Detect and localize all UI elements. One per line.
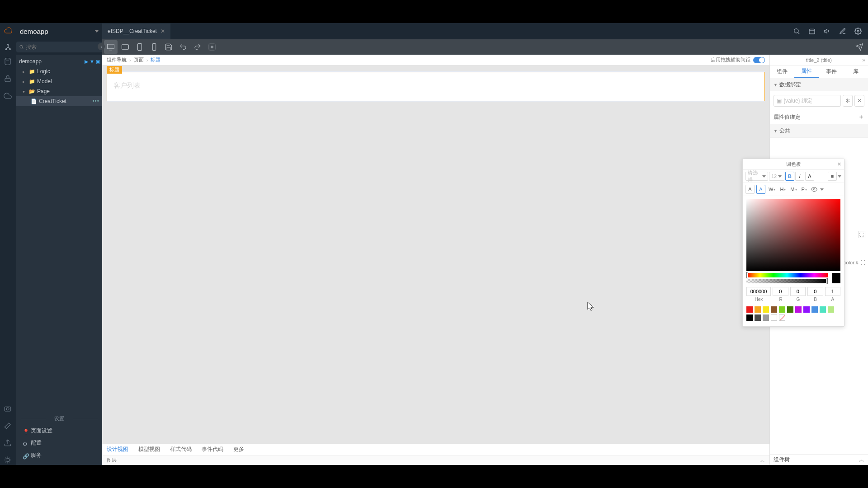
width-dd[interactable]: W▾ bbox=[767, 185, 777, 194]
save-icon[interactable] bbox=[162, 40, 175, 54]
tree-folder-model[interactable]: ▸📁Model bbox=[16, 76, 102, 86]
swatch[interactable] bbox=[779, 306, 785, 313]
device-desktop[interactable] bbox=[104, 40, 118, 54]
inspector-tab-events[interactable]: 事件 bbox=[819, 66, 844, 78]
section-data-binding[interactable]: ▼数据绑定 bbox=[770, 78, 868, 91]
swatch[interactable] bbox=[811, 306, 818, 313]
settings-page[interactable]: 📍页面设置 bbox=[16, 425, 102, 437]
behind-fullscreen-icon[interactable]: ⛶ bbox=[858, 231, 865, 238]
tab-event-code[interactable]: 事件代码 bbox=[202, 446, 223, 453]
visibility-icon[interactable] bbox=[810, 185, 818, 193]
inspector-tab-attrs[interactable]: 属性 bbox=[794, 66, 819, 78]
tree-root[interactable]: demoapp ▶▼▣ bbox=[16, 56, 102, 66]
b-input[interactable] bbox=[807, 287, 823, 296]
hue-slider[interactable] bbox=[746, 273, 828, 277]
tab-more[interactable]: 更多 bbox=[233, 446, 244, 453]
more-icon[interactable]: ••• bbox=[92, 98, 99, 104]
italic-button[interactable]: I bbox=[795, 172, 804, 181]
swatch[interactable] bbox=[787, 306, 793, 313]
explorer-search[interactable] bbox=[16, 42, 102, 52]
close-color-panel[interactable]: ✕ bbox=[837, 161, 841, 167]
bg-color-a[interactable]: A bbox=[745, 185, 755, 194]
swatch[interactable] bbox=[755, 314, 761, 321]
height-dd[interactable]: H▾ bbox=[778, 185, 787, 194]
inspector-tab-lib[interactable]: 库 bbox=[844, 66, 868, 78]
swatch[interactable] bbox=[763, 314, 769, 321]
sound-icon[interactable] bbox=[821, 25, 834, 38]
alpha-slider[interactable] bbox=[746, 279, 828, 283]
swatch[interactable] bbox=[763, 306, 769, 313]
rail-bug-icon[interactable] bbox=[4, 456, 13, 465]
drag-assist-toggle[interactable] bbox=[753, 57, 765, 63]
rail-db-icon[interactable] bbox=[4, 57, 13, 66]
font-size-dropdown[interactable]: 12 bbox=[769, 172, 784, 181]
swatch[interactable] bbox=[828, 306, 834, 313]
swatch[interactable] bbox=[746, 306, 753, 313]
undo-icon[interactable] bbox=[176, 40, 190, 54]
collapse-up-icon[interactable]: ︽ bbox=[760, 457, 765, 464]
margin-dd[interactable]: M▾ bbox=[789, 185, 798, 194]
bind-gear-button[interactable]: ✻ bbox=[843, 95, 853, 107]
inspector-tab-component[interactable]: 组件 bbox=[770, 66, 794, 78]
bold-button[interactable]: B bbox=[785, 172, 794, 181]
swatch-none[interactable] bbox=[779, 314, 785, 321]
saturation-value-picker[interactable] bbox=[746, 199, 840, 271]
search-input[interactable] bbox=[26, 44, 99, 50]
add-binding-button[interactable]: ＋ bbox=[858, 113, 864, 121]
tree-file-create-ticket[interactable]: 📄CreatTicket••• bbox=[16, 96, 102, 106]
fg-color-a[interactable]: A bbox=[756, 185, 765, 194]
editor-tab[interactable]: eISDP__CreatTicket ✕ bbox=[102, 23, 170, 39]
tree-icon[interactable] bbox=[0, 39, 16, 55]
breadcrumb-root[interactable]: 组件导航 bbox=[107, 56, 127, 63]
design-canvas[interactable]: 标题 客户列表 bbox=[102, 66, 769, 443]
breadcrumb-page[interactable]: 页面 bbox=[134, 56, 144, 63]
device-tablet-landscape[interactable] bbox=[118, 40, 132, 54]
calendar-icon[interactable] bbox=[806, 25, 818, 38]
rail-wand-icon[interactable] bbox=[4, 422, 13, 431]
hex-input[interactable] bbox=[746, 287, 771, 296]
rail-upload-icon[interactable] bbox=[4, 439, 13, 448]
preview-icon[interactable] bbox=[205, 40, 219, 54]
tab-model-view[interactable]: 模型视图 bbox=[138, 446, 160, 453]
swatch[interactable] bbox=[755, 306, 761, 313]
a-input[interactable] bbox=[825, 287, 841, 296]
device-phone[interactable] bbox=[147, 40, 161, 54]
swatch[interactable] bbox=[746, 314, 753, 321]
rail-cloud-icon[interactable] bbox=[4, 92, 13, 101]
swatch[interactable] bbox=[820, 306, 826, 313]
font-family-dropdown[interactable]: 请选择 bbox=[745, 172, 768, 181]
gear-icon[interactable] bbox=[852, 25, 864, 38]
g-input[interactable] bbox=[790, 287, 806, 296]
settings-config[interactable]: ⚙配置 bbox=[16, 437, 102, 449]
section-public[interactable]: ▼公共 bbox=[770, 124, 868, 137]
search-icon[interactable] bbox=[790, 25, 803, 38]
collapse-left-icon[interactable]: ‹ bbox=[98, 43, 105, 50]
r-input[interactable] bbox=[773, 287, 788, 296]
tab-design-view[interactable]: 设计视图 bbox=[107, 446, 128, 453]
swatch[interactable] bbox=[803, 306, 810, 313]
swatch[interactable] bbox=[771, 314, 777, 321]
edit-icon[interactable] bbox=[836, 25, 849, 38]
tree-folder-page[interactable]: ▾📂Page bbox=[16, 86, 102, 96]
padding-dd[interactable]: P▾ bbox=[800, 185, 808, 194]
settings-service[interactable]: 🔗服务 bbox=[16, 449, 102, 461]
align-button[interactable]: ≡ bbox=[828, 172, 837, 181]
swatch[interactable] bbox=[771, 306, 777, 313]
tree-folder-logic[interactable]: ▸📁Logic bbox=[16, 66, 102, 76]
rail-lock-icon[interactable] bbox=[4, 75, 13, 84]
bind-clear-button[interactable]: ✕ bbox=[854, 95, 864, 107]
collapse-up-icon[interactable]: ︽ bbox=[859, 456, 864, 464]
selected-title-component[interactable]: 标题 客户列表 bbox=[107, 72, 765, 101]
app-dropdown[interactable]: demoapp bbox=[16, 25, 102, 38]
expand-icon[interactable]: » bbox=[862, 57, 865, 63]
tab-style-code[interactable]: 样式代码 bbox=[170, 446, 192, 453]
swatch[interactable] bbox=[795, 306, 802, 313]
rail-camera-icon[interactable] bbox=[4, 404, 13, 413]
device-tablet-portrait[interactable] bbox=[133, 40, 146, 54]
redo-icon[interactable] bbox=[191, 40, 204, 54]
font-color-button[interactable]: A bbox=[805, 172, 814, 181]
close-tab-icon[interactable]: ✕ bbox=[160, 28, 165, 34]
send-icon[interactable] bbox=[853, 40, 866, 54]
data-bind-input[interactable]: ▣ {value} 绑定 bbox=[774, 95, 841, 107]
color-expand-icon[interactable]: ⛶ bbox=[860, 260, 865, 265]
